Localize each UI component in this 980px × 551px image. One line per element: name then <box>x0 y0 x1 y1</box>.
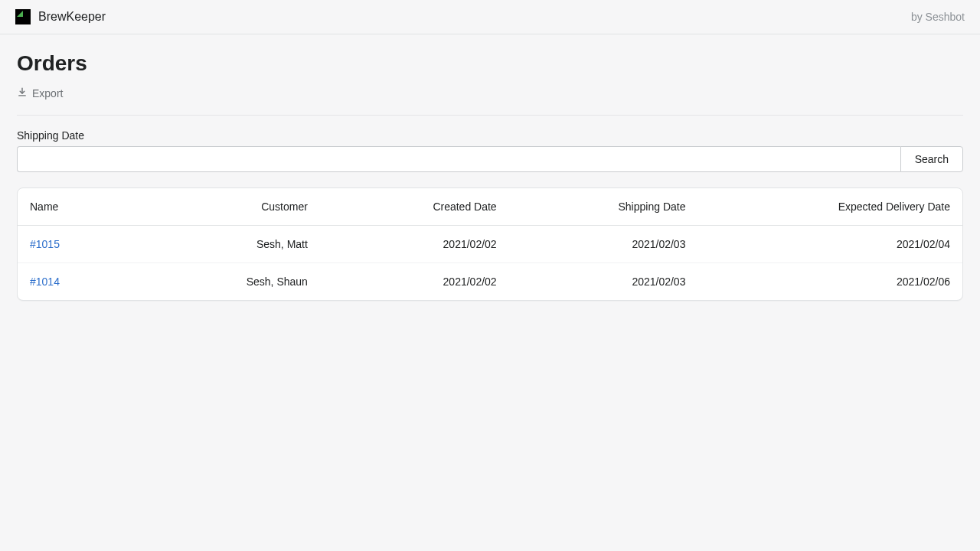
cell-customer: Sesh, Shaun <box>188 263 320 301</box>
brand[interactable]: BrewKeeper <box>15 9 106 24</box>
col-header-expected: Expected Delivery Date <box>697 188 962 226</box>
order-link[interactable]: #1014 <box>30 276 60 288</box>
page-title: Orders <box>17 51 963 76</box>
col-header-name: Name <box>18 188 188 226</box>
col-header-shipping: Shipping Date <box>509 188 698 226</box>
col-header-customer: Customer <box>188 188 320 226</box>
page-content: Orders Export Shipping Date Search Name … <box>0 34 980 318</box>
filter-section: Shipping Date Search <box>17 129 963 172</box>
table-row: #1015 Sesh, Matt 2021/02/02 2021/02/03 2… <box>18 226 962 263</box>
search-button[interactable]: Search <box>900 146 963 172</box>
download-icon <box>17 86 28 99</box>
cell-expected: 2021/02/06 <box>697 263 962 301</box>
export-label: Export <box>32 87 63 99</box>
orders-table: Name Customer Created Date Shipping Date… <box>18 188 962 300</box>
cell-created: 2021/02/02 <box>320 226 509 263</box>
table-row: #1014 Sesh, Shaun 2021/02/02 2021/02/03 … <box>18 263 962 301</box>
brand-logo-icon <box>15 9 31 24</box>
order-link[interactable]: #1015 <box>30 238 60 250</box>
cell-expected: 2021/02/04 <box>697 226 962 263</box>
byline: by Seshbot <box>911 11 965 23</box>
cell-shipping: 2021/02/03 <box>509 263 698 301</box>
shipping-date-input[interactable] <box>17 146 900 172</box>
cell-shipping: 2021/02/03 <box>509 226 698 263</box>
export-button[interactable]: Export <box>17 85 63 101</box>
col-header-created: Created Date <box>320 188 509 226</box>
topbar: BrewKeeper by Seshbot <box>0 0 980 34</box>
filter-label: Shipping Date <box>17 129 963 142</box>
table-header-row: Name Customer Created Date Shipping Date… <box>18 188 962 226</box>
cell-created: 2021/02/02 <box>320 263 509 301</box>
divider <box>17 115 963 116</box>
cell-customer: Sesh, Matt <box>188 226 320 263</box>
orders-table-card: Name Customer Created Date Shipping Date… <box>17 187 963 301</box>
brand-name: BrewKeeper <box>38 10 106 24</box>
search-row: Search <box>17 146 963 172</box>
